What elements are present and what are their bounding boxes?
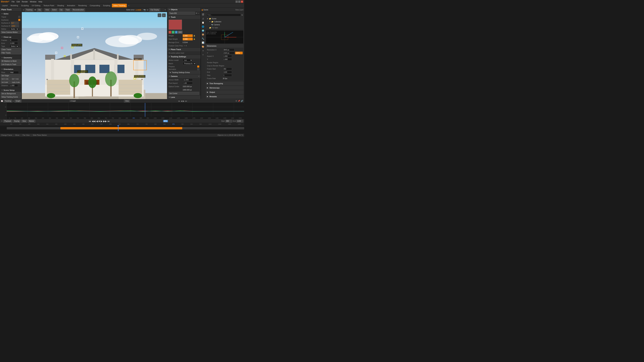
- object-icon-btn[interactable]: 📦: [201, 33, 205, 36]
- modifier-icon-btn[interactable]: 🔧: [201, 37, 205, 40]
- objects-header[interactable]: ▼ Objects: [167, 8, 200, 11]
- ws-tab-rendering[interactable]: Rendering: [77, 4, 88, 7]
- marker-8[interactable]: [64, 55, 66, 57]
- set-scale-button[interactable]: Set Scale: [1, 81, 11, 84]
- motion-model-select[interactable]: Loc: [183, 59, 193, 61]
- aspect-y-input[interactable]: [223, 58, 232, 61]
- clip-display-button[interactable]: Clip Display: [149, 8, 160, 11]
- close-clip-icon[interactable]: ✕: [164, 9, 166, 11]
- physics-icon-btn[interactable]: ⚛: [201, 53, 205, 57]
- refine-select[interactable]: Nothing: [10, 28, 19, 30]
- view-timeline-button[interactable]: View: [21, 120, 27, 123]
- frames-input[interactable]: [10, 39, 18, 41]
- collection-item[interactable]: ▼ 📁 Collection: [206, 20, 243, 23]
- graph-view-button[interactable]: View: [124, 99, 130, 103]
- clip-button[interactable]: Clip: [37, 8, 42, 11]
- outliner-filter-icon[interactable]: ⧉: [242, 14, 243, 16]
- tracking-mode-button[interactable]: Tracking: [25, 8, 34, 11]
- step-input[interactable]: [223, 74, 232, 77]
- plane-track-overlay[interactable]: Plane Track: [133, 60, 147, 70]
- current-frame-display[interactable]: 871: [163, 120, 168, 122]
- stab-weight-input[interactable]: [183, 38, 193, 40]
- timeline-stop-icon[interactable]: ■: [98, 120, 100, 122]
- material-icon-btn[interactable]: 🎨: [201, 45, 205, 49]
- color-r-button[interactable]: R: [168, 31, 172, 34]
- camera-icon[interactable]: 📷: [144, 9, 146, 11]
- camera-section-header[interactable]: ▼ Camera ≡: [167, 74, 200, 78]
- reconstruction-menu-button[interactable]: Reconstruction: [72, 8, 85, 11]
- clean-tracks-button[interactable]: Clean Tracks: [1, 48, 21, 51]
- solve-camera-motion-button[interactable]: Solve Camera Motion: [1, 31, 21, 34]
- ws-tab-texture-paint[interactable]: Texture Paint: [42, 4, 56, 7]
- maximize-button[interactable]: □: [238, 0, 240, 3]
- match-select[interactable]: Previous fra...: [183, 62, 196, 65]
- ws-tab-modeling[interactable]: Modeling: [9, 4, 20, 7]
- camera-section-menu-icon[interactable]: ≡: [198, 75, 199, 77]
- start-input[interactable]: [226, 120, 232, 122]
- aspect-x-input[interactable]: [223, 55, 232, 57]
- dimensions-header[interactable]: Dimensions: [206, 44, 243, 48]
- weight-lock-icon[interactable]: 🔒: [193, 35, 195, 36]
- eye-icon[interactable]: 👁: [196, 12, 198, 14]
- resolution-pct-input[interactable]: [235, 52, 243, 54]
- track-name-input[interactable]: [168, 12, 195, 15]
- minimize-button[interactable]: ─: [236, 0, 238, 3]
- error-input[interactable]: [10, 42, 18, 44]
- add-workspace-button[interactable]: +: [127, 4, 130, 7]
- scene-collection-item[interactable]: ▶ 📁 Scene: [206, 17, 243, 20]
- scene-view-mini[interactable]: User Perspective (871) Collection: [206, 30, 244, 44]
- camera-collection-item[interactable]: 📷 Camera: [206, 23, 243, 26]
- timeline-end-icon[interactable]: ⏭: [108, 120, 110, 122]
- menu-help[interactable]: Help: [38, 0, 43, 3]
- setup-tracking-scene-button[interactable]: Setup Tracking Scene: [1, 95, 21, 98]
- prev-keyframe-icon[interactable]: ⏮: [178, 100, 180, 102]
- pixel-aspect-input[interactable]: [183, 82, 193, 84]
- scene-props-icon-btn[interactable]: 🌐: [201, 25, 205, 28]
- zoom-in-button[interactable]: +: [162, 13, 166, 17]
- marker-2[interactable]: [77, 36, 79, 38]
- output-icon-btn[interactable]: 🖨: [201, 17, 205, 20]
- ws-tab-shading[interactable]: Shading: [56, 4, 65, 7]
- clean-up-header[interactable]: ▼ Clean up: [0, 35, 22, 39]
- lens-header[interactable]: ▼ Lens: [167, 95, 200, 99]
- ws-tab-uv-editing[interactable]: UV Editing: [30, 4, 42, 7]
- data-icon-btn[interactable]: 📊: [201, 41, 205, 44]
- orientation-header[interactable]: ▼ Orientation: [0, 67, 22, 71]
- set-origin-button[interactable]: Set Origin: [1, 74, 21, 77]
- stereoscopy-header[interactable]: ▶ Stereoscopy: [206, 86, 243, 89]
- timeline-track[interactable]: 220 240 280 320 340 360 400 440 480 520 …: [0, 123, 244, 133]
- timeline-backward-icon[interactable]: ◀: [96, 120, 98, 122]
- solve-header[interactable]: ▼ Solve: [0, 12, 22, 15]
- marker-button[interactable]: Marker: [28, 120, 36, 123]
- marker-4[interactable]: Track.046: trackedAverage error: 5.17: [77, 72, 79, 75]
- keying-button[interactable]: Keying: [13, 120, 21, 123]
- resolution-y-input[interactable]: [223, 52, 234, 54]
- ws-tab-layout[interactable]: Layout: [1, 4, 9, 7]
- output-header[interactable]: ▶ Output: [206, 90, 243, 94]
- plane-track-header[interactable]: ▼ Plane Track: [167, 48, 200, 51]
- view-layer-icon-btn[interactable]: 📋: [201, 21, 205, 24]
- graph-snap-icon[interactable]: 🔗: [241, 100, 243, 102]
- marker-1[interactable]: Track.041: trackedAverage error: 3.12: [71, 46, 74, 48]
- set-center-button[interactable]: Set Center: [168, 92, 199, 95]
- color-g-button[interactable]: G: [172, 31, 174, 34]
- set-y-axis-button[interactable]: Set Y Axis: [11, 77, 21, 80]
- for-later-item[interactable]: 📁 For later: [206, 26, 243, 29]
- menu-edit[interactable]: Edit: [16, 0, 21, 3]
- track-settings-icon[interactable]: +: [198, 12, 199, 14]
- normalize-checkbox[interactable]: [197, 68, 199, 70]
- keyframe-b-input[interactable]: [11, 25, 19, 27]
- metadata-header[interactable]: ▶ Metadata: [206, 95, 243, 98]
- playback-button[interactable]: Playback: [3, 120, 12, 123]
- select-menu-button[interactable]: Select: [51, 8, 58, 11]
- filter-tracks-button[interactable]: Filter Tracks: [1, 51, 21, 54]
- ws-tab-compositing[interactable]: Compositing: [88, 4, 101, 7]
- color-bw-button[interactable]: B/W: [178, 31, 182, 34]
- graph-pin-icon[interactable]: 📌: [238, 100, 240, 102]
- ws-tab-video-tracking[interactable]: Video Tracking: [112, 4, 127, 7]
- close-button[interactable]: ✕: [241, 0, 243, 3]
- particles-icon-btn[interactable]: ✳: [201, 49, 205, 53]
- weight-input[interactable]: [183, 34, 193, 37]
- custom-color-settings-icon[interactable]: ⚙: [186, 45, 187, 46]
- resolution-x-input[interactable]: [223, 48, 234, 51]
